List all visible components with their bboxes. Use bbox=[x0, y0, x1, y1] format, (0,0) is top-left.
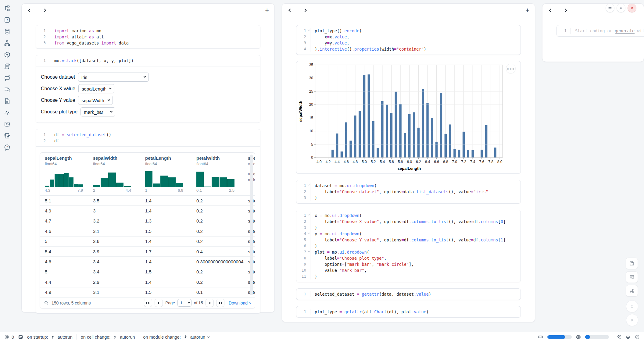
plot-type-select[interactable]: mark_bar bbox=[80, 107, 115, 116]
fold-chevron-icon[interactable] bbox=[308, 213, 310, 216]
add-cell-button[interactable]: + bbox=[525, 7, 529, 14]
datasets-icon[interactable] bbox=[3, 27, 11, 35]
script-icon[interactable] bbox=[3, 62, 11, 70]
code-line[interactable]: 3 y=y.value, bbox=[296, 40, 521, 46]
table-row[interactable]: 4.93.11.50.1setosa bbox=[40, 287, 255, 297]
code-line[interactable]: 5 label="Choose Y value", options=df.col… bbox=[296, 237, 521, 243]
code-line[interactable]: 1selected_dataset = getattr(data, datase… bbox=[296, 291, 521, 297]
terminal-icon[interactable] bbox=[18, 334, 23, 340]
code-line[interactable]: 1dataset = mo.ui.dropdown( bbox=[296, 183, 521, 189]
scratchpad-icon[interactable] bbox=[3, 132, 11, 140]
x-value-select[interactable]: sepalLength bbox=[78, 84, 114, 93]
copilot-icon[interactable] bbox=[625, 334, 631, 340]
code-line[interactable]: 4).interactive().properties(width="conta… bbox=[296, 46, 521, 52]
settings-gear-icon[interactable] bbox=[617, 4, 625, 12]
code-line[interactable]: 1plot_type().encode( bbox=[296, 28, 521, 34]
page-select[interactable]: 1 bbox=[177, 299, 191, 307]
documentation-icon[interactable] bbox=[3, 97, 11, 105]
last-page-button[interactable] bbox=[216, 299, 224, 307]
code-line[interactable]: 1mo.vstack([dataset, x, y, plot]) bbox=[36, 58, 260, 64]
code-line[interactable]: 3from vega_datasets import data bbox=[36, 40, 260, 46]
table-row[interactable]: 5.43.91.70.4setosa bbox=[40, 247, 255, 257]
y-value-select[interactable]: sepalWidth bbox=[78, 96, 113, 105]
on-cell-change-setting[interactable]: on cell change: autorun bbox=[81, 334, 135, 340]
table-row[interactable]: 4.63.41.40.30000000000000004setosa bbox=[40, 257, 255, 267]
add-cell-button[interactable]: + bbox=[265, 7, 269, 14]
first-page-button[interactable] bbox=[144, 299, 152, 307]
generate-link[interactable]: generate bbox=[615, 28, 635, 33]
stop-icon[interactable] bbox=[626, 300, 638, 312]
chevron-left-icon[interactable] bbox=[548, 8, 553, 13]
imports-cell[interactable]: 1import marimo as mo2import altair as al… bbox=[36, 25, 260, 49]
code-line[interactable]: 2 label="Choose X value", options=df.col… bbox=[296, 219, 521, 225]
chevron-right-icon[interactable] bbox=[563, 8, 568, 13]
packages-icon[interactable] bbox=[3, 51, 11, 59]
code-line[interactable]: 1x = mo.ui.dropdown( bbox=[296, 212, 521, 219]
functions-icon[interactable]: f bbox=[3, 16, 11, 24]
code-line[interactable]: 11) bbox=[296, 273, 521, 280]
chevron-left-icon[interactable] bbox=[27, 8, 33, 13]
shutdown-close-icon[interactable] bbox=[628, 4, 636, 12]
next-page-button[interactable] bbox=[206, 299, 214, 307]
fold-chevron-icon[interactable] bbox=[308, 231, 310, 234]
chevron-left-icon[interactable] bbox=[288, 8, 293, 13]
code-line[interactable]: 7plot = mo.ui.dropdown( bbox=[296, 249, 521, 255]
errors-indicator[interactable]: 0 bbox=[4, 334, 14, 340]
table-row[interactable]: 4.42.91.40.2setosa bbox=[40, 277, 255, 287]
code-line[interactable]: 2import altair as alt bbox=[36, 34, 260, 40]
dataset-select[interactable]: iris bbox=[78, 73, 149, 82]
help-icon[interactable]: ? bbox=[3, 143, 11, 151]
run-all-icon[interactable] bbox=[626, 314, 638, 326]
code-line[interactable]: 1import marimo as mo bbox=[36, 28, 260, 34]
column-header[interactable]: sepalWidthfloat6424.4 bbox=[93, 155, 145, 195]
code-line[interactable]: 1df = selected_dataset() bbox=[36, 132, 260, 138]
on-startup-setting[interactable]: on startup: autorun bbox=[27, 334, 73, 340]
code-line[interactable]: 8 label="Choose plot type", bbox=[296, 255, 521, 261]
column-header[interactable]: petalLengthfloat6416.9 bbox=[145, 155, 196, 195]
prev-page-button[interactable] bbox=[155, 299, 163, 307]
fold-chevron-icon[interactable] bbox=[308, 183, 310, 186]
chart-menu-icon[interactable]: ●●● bbox=[506, 64, 516, 73]
plot-type-cell[interactable]: 1plot_type = getattr(alt.Chart(df), plot… bbox=[296, 306, 521, 318]
table-row[interactable]: 4.73.21.30.2setosa bbox=[40, 216, 255, 226]
logs-search-icon[interactable] bbox=[3, 85, 11, 93]
column-header[interactable]: sepalLengthfloat644.37.9 bbox=[45, 155, 93, 195]
on-module-change-setting[interactable]: on module change: autorun bbox=[143, 334, 209, 340]
df-cell[interactable]: 1df = selected_dataset()2df sepalLengthf… bbox=[36, 129, 260, 314]
fold-chevron-icon[interactable] bbox=[308, 250, 310, 252]
dependency-graph-icon[interactable] bbox=[3, 39, 11, 47]
code-line[interactable]: 3) bbox=[296, 225, 521, 231]
code-line[interactable]: 4y = mo.ui.dropdown( bbox=[296, 231, 521, 237]
code-line[interactable]: 2 x=x.value, bbox=[296, 34, 521, 40]
search-icon[interactable] bbox=[44, 301, 49, 305]
bar-chart[interactable]: 4.04.24.44.64.85.05.25.45.65.86.06.26.46… bbox=[296, 61, 522, 172]
dataset-dropdown-cell[interactable]: 1dataset = mo.ui.dropdown(2 label="Choos… bbox=[296, 180, 521, 204]
code-line[interactable]: 1plot_type = getattr(alt.Chart(df), plot… bbox=[296, 309, 521, 315]
chevron-right-icon[interactable] bbox=[302, 8, 308, 13]
code-line[interactable]: 2df bbox=[36, 138, 260, 144]
table-row[interactable]: 4.63.11.50.2setosa bbox=[40, 226, 255, 236]
ai-sparkles-icon[interactable] bbox=[616, 334, 621, 340]
chevron-right-icon[interactable] bbox=[42, 8, 47, 13]
code-line[interactable]: 9 options=["mark_bar", "mark_circle"], bbox=[296, 261, 521, 267]
plot-encode-cell[interactable]: 1plot_type().encode(2 x=x.value,3 y=y.va… bbox=[296, 25, 521, 55]
download-button[interactable]: Download bbox=[229, 301, 251, 305]
chat-icon[interactable] bbox=[3, 74, 11, 82]
tracing-icon[interactable] bbox=[3, 109, 11, 116]
xyplot-dropdown-cell[interactable]: 1x = mo.ui.dropdown(2 label="Choose X va… bbox=[296, 210, 521, 282]
table-row[interactable]: 53.41.50.2setosa bbox=[40, 267, 255, 277]
fold-chevron-icon[interactable] bbox=[308, 28, 310, 31]
selected-dataset-cell[interactable]: 1selected_dataset = getattr(data, datase… bbox=[296, 288, 521, 300]
table-scrollbar[interactable] bbox=[250, 155, 253, 295]
snippets-icon[interactable] bbox=[3, 120, 11, 128]
layout-panels-icon[interactable] bbox=[626, 271, 638, 283]
table-row[interactable]: 5.13.51.40.2setosa bbox=[40, 196, 255, 206]
column-header[interactable]: petalWidthfloat640.12.5 bbox=[196, 155, 248, 195]
save-icon[interactable] bbox=[626, 258, 638, 269]
code-line[interactable]: 2 label="Choose dataset", options=data.l… bbox=[296, 189, 521, 195]
menu-icon[interactable] bbox=[606, 4, 614, 12]
table-row[interactable]: 53.61.40.2setosa bbox=[40, 237, 255, 247]
table-row[interactable]: 4.931.40.2setosa bbox=[40, 206, 255, 216]
vstack-cell[interactable]: 1mo.vstack([dataset, x, y, plot]) Choose… bbox=[36, 55, 260, 123]
connection-status-icon[interactable] bbox=[635, 334, 640, 340]
